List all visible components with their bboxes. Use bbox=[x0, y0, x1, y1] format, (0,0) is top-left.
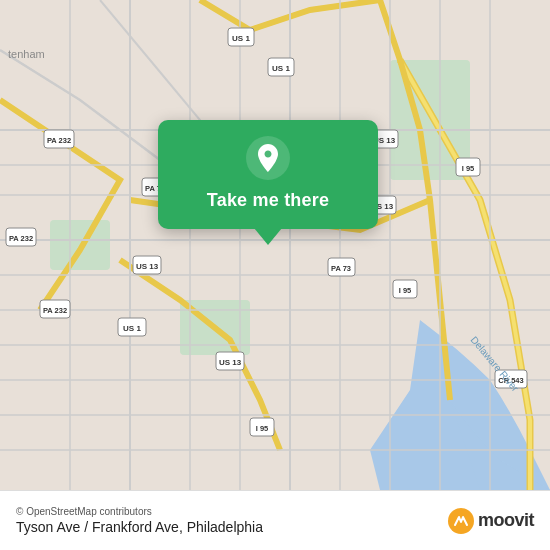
svg-text:PA 232: PA 232 bbox=[43, 306, 67, 315]
map-container: tenham US 1 US 1 PA 232 PA 73 PA 232 US … bbox=[0, 0, 550, 490]
svg-text:US 13: US 13 bbox=[136, 262, 159, 271]
moovit-logo: moovit bbox=[448, 508, 534, 534]
copyright-text: © OpenStreetMap contributors bbox=[16, 506, 263, 517]
svg-text:I 95: I 95 bbox=[256, 424, 269, 433]
svg-text:I 95: I 95 bbox=[399, 286, 412, 295]
svg-text:PA 232: PA 232 bbox=[9, 234, 33, 243]
take-me-there-button[interactable]: Take me there bbox=[207, 190, 329, 211]
bottom-info: © OpenStreetMap contributors Tyson Ave /… bbox=[16, 506, 263, 535]
svg-text:tenham: tenham bbox=[8, 48, 45, 60]
svg-text:US 13: US 13 bbox=[219, 358, 242, 367]
svg-text:US 1: US 1 bbox=[123, 324, 141, 333]
bottom-bar: © OpenStreetMap contributors Tyson Ave /… bbox=[0, 490, 550, 550]
popup-card: Take me there bbox=[158, 120, 378, 229]
moovit-label: moovit bbox=[478, 510, 534, 531]
svg-text:PA 232: PA 232 bbox=[47, 136, 71, 145]
location-pin-icon bbox=[246, 136, 290, 180]
svg-text:I 95: I 95 bbox=[462, 164, 475, 173]
svg-text:US 1: US 1 bbox=[272, 64, 290, 73]
moovit-icon bbox=[448, 508, 474, 534]
svg-text:PA 73: PA 73 bbox=[331, 264, 351, 273]
svg-text:US 1: US 1 bbox=[232, 34, 250, 43]
location-text: Tyson Ave / Frankford Ave, Philadelphia bbox=[16, 519, 263, 535]
